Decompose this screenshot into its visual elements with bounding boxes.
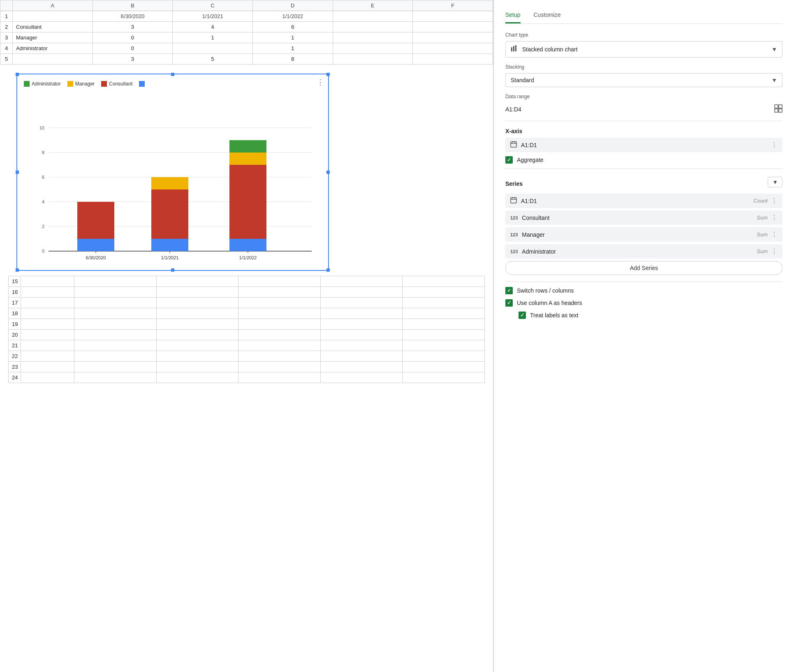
empty-cell[interactable] xyxy=(156,362,238,372)
series-item-menu-2[interactable]: ⋮ xyxy=(771,231,778,238)
empty-cell[interactable] xyxy=(320,372,403,383)
empty-cell[interactable] xyxy=(74,276,157,287)
empty-cell[interactable] xyxy=(238,276,321,287)
empty-cell[interactable] xyxy=(21,340,74,351)
cell-d2[interactable]: 6 xyxy=(252,22,333,32)
cell-e3[interactable] xyxy=(333,32,413,43)
empty-cell[interactable] xyxy=(156,340,238,351)
cell-c3[interactable]: 1 xyxy=(173,32,253,43)
empty-cell[interactable] xyxy=(403,362,485,372)
empty-cell[interactable] xyxy=(238,340,321,351)
empty-cell[interactable] xyxy=(156,351,238,362)
empty-cell[interactable] xyxy=(21,330,74,340)
chart-handle-bl[interactable] xyxy=(16,268,19,272)
empty-cell[interactable] xyxy=(403,372,485,383)
empty-cell[interactable] xyxy=(156,319,238,330)
cell-e2[interactable] xyxy=(333,22,413,32)
series-item-menu-0[interactable]: ⋮ xyxy=(771,197,778,205)
tab-customize[interactable]: Customize xyxy=(534,8,561,23)
cell-f3[interactable] xyxy=(413,32,493,43)
empty-cell[interactable] xyxy=(320,298,403,308)
chart-handle-tr[interactable] xyxy=(326,73,330,76)
cell-a1[interactable] xyxy=(13,11,93,22)
chart-handle-ml[interactable] xyxy=(16,171,19,174)
switch-rows-row[interactable]: ✓ Switch rows / columns xyxy=(505,287,782,294)
aggregate-checkbox[interactable]: ✓ xyxy=(505,156,513,164)
chart-handle-mr[interactable] xyxy=(326,171,330,174)
chart-handle-tl[interactable] xyxy=(16,73,19,76)
empty-cell[interactable] xyxy=(156,372,238,383)
cell-f2[interactable] xyxy=(413,22,493,32)
cell-f5[interactable] xyxy=(413,54,493,65)
use-col-a-row[interactable]: ✓ Use column A as headers xyxy=(505,299,782,307)
empty-cell[interactable] xyxy=(21,287,74,298)
cell-b3[interactable]: 0 xyxy=(93,32,173,43)
cell-c1[interactable]: 1/1/2021 xyxy=(173,11,253,22)
empty-cell[interactable] xyxy=(74,330,157,340)
cell-d4[interactable]: 1 xyxy=(252,43,333,54)
empty-cell[interactable] xyxy=(238,372,321,383)
empty-cell[interactable] xyxy=(320,287,403,298)
empty-cell[interactable] xyxy=(238,298,321,308)
empty-cell[interactable] xyxy=(74,362,157,372)
cell-e1[interactable] xyxy=(333,11,413,22)
empty-cell[interactable] xyxy=(74,308,157,319)
cell-d1[interactable]: 1/1/2022 xyxy=(252,11,333,22)
cell-a3[interactable]: Manager xyxy=(13,32,93,43)
add-series-button[interactable]: Add Series xyxy=(505,261,782,275)
empty-cell[interactable] xyxy=(21,351,74,362)
cell-b5[interactable]: 3 xyxy=(93,54,173,65)
stacking-dropdown[interactable]: Standard ▼ xyxy=(505,73,782,87)
empty-cell[interactable] xyxy=(238,319,321,330)
empty-cell[interactable] xyxy=(74,372,157,383)
cell-e5[interactable] xyxy=(333,54,413,65)
empty-cell[interactable] xyxy=(320,276,403,287)
empty-cell[interactable] xyxy=(320,319,403,330)
series-item-menu-3[interactable]: ⋮ xyxy=(771,247,778,255)
empty-cell[interactable] xyxy=(74,340,157,351)
aggregate-row[interactable]: ✓ Aggregate xyxy=(505,156,782,164)
chart-menu-button[interactable]: ⋮ xyxy=(317,78,324,87)
empty-cell[interactable] xyxy=(403,340,485,351)
treat-labels-checkbox[interactable]: ✓ xyxy=(519,312,526,319)
cell-d5[interactable]: 8 xyxy=(252,54,333,65)
empty-cell[interactable] xyxy=(238,287,321,298)
grid-icon[interactable] xyxy=(774,104,782,114)
empty-cell[interactable] xyxy=(74,351,157,362)
cell-a4[interactable]: Administrator xyxy=(13,43,93,54)
empty-cell[interactable] xyxy=(403,287,485,298)
empty-cell[interactable] xyxy=(156,298,238,308)
switch-rows-checkbox[interactable]: ✓ xyxy=(505,287,513,294)
chart-handle-bm[interactable] xyxy=(171,268,174,272)
cell-a5[interactable] xyxy=(13,54,93,65)
empty-cell[interactable] xyxy=(238,351,321,362)
empty-cell[interactable] xyxy=(156,276,238,287)
cell-c5[interactable]: 5 xyxy=(173,54,253,65)
cell-c4[interactable] xyxy=(173,43,253,54)
cell-f1[interactable] xyxy=(413,11,493,22)
empty-cell[interactable] xyxy=(403,298,485,308)
empty-cell[interactable] xyxy=(320,351,403,362)
cell-a2[interactable]: Consultant xyxy=(13,22,93,32)
x-axis-menu[interactable]: ⋮ xyxy=(771,141,778,149)
empty-cell[interactable] xyxy=(21,276,74,287)
chart-handle-br[interactable] xyxy=(326,268,330,272)
cell-b4[interactable]: 0 xyxy=(93,43,173,54)
data-range-value[interactable]: A1:D4 xyxy=(505,106,521,113)
empty-cell[interactable] xyxy=(403,276,485,287)
use-col-a-checkbox[interactable]: ✓ xyxy=(505,299,513,307)
empty-cell[interactable] xyxy=(320,362,403,372)
chart-type-dropdown[interactable]: Stacked column chart ▼ xyxy=(505,41,782,58)
series-item-menu-1[interactable]: ⋮ xyxy=(771,214,778,222)
empty-cell[interactable] xyxy=(21,308,74,319)
empty-cell[interactable] xyxy=(403,308,485,319)
cell-e4[interactable] xyxy=(333,43,413,54)
cell-d3[interactable]: 1 xyxy=(252,32,333,43)
empty-cell[interactable] xyxy=(74,287,157,298)
cell-c2[interactable]: 4 xyxy=(173,22,253,32)
empty-cell[interactable] xyxy=(74,298,157,308)
empty-cell[interactable] xyxy=(238,308,321,319)
empty-cell[interactable] xyxy=(74,319,157,330)
empty-cell[interactable] xyxy=(21,298,74,308)
empty-cell[interactable] xyxy=(320,340,403,351)
